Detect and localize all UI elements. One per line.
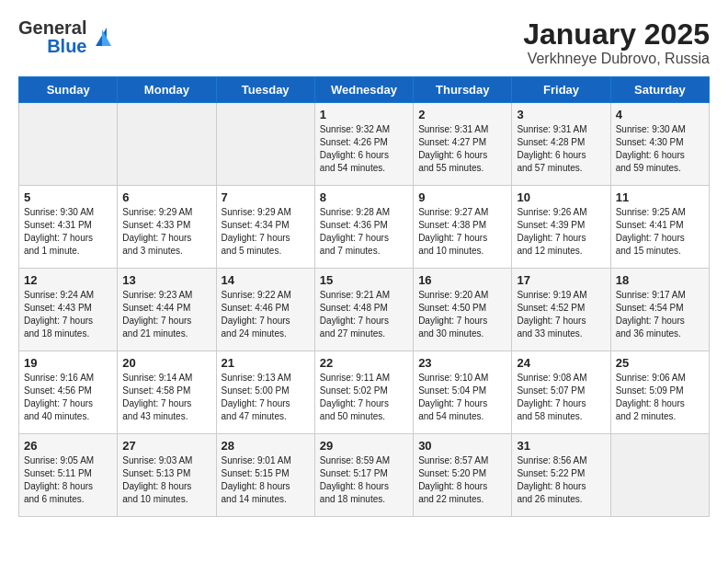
day-info: Sunrise: 9:08 AM Sunset: 5:07 PM Dayligh…: [517, 372, 605, 423]
day-info: Sunrise: 9:24 AM Sunset: 4:43 PM Dayligh…: [24, 289, 112, 340]
day-info: Sunrise: 9:29 AM Sunset: 4:33 PM Dayligh…: [122, 206, 210, 258]
day-number: 30: [418, 439, 506, 453]
day-number: 31: [517, 439, 605, 453]
calendar-cell: 10Sunrise: 9:26 AM Sunset: 4:39 PM Dayli…: [512, 186, 610, 269]
day-info: Sunrise: 9:17 AM Sunset: 4:54 PM Dayligh…: [616, 289, 704, 340]
day-info: Sunrise: 9:22 AM Sunset: 4:46 PM Dayligh…: [222, 289, 310, 340]
calendar-week-4: 19Sunrise: 9:16 AM Sunset: 4:56 PM Dayli…: [19, 351, 710, 434]
day-number: 18: [616, 273, 704, 287]
day-number: 2: [418, 108, 506, 121]
calendar-cell: 7Sunrise: 9:29 AM Sunset: 4:34 PM Daylig…: [216, 186, 314, 269]
day-info: Sunrise: 9:10 AM Sunset: 5:04 PM Dayligh…: [418, 372, 506, 423]
calendar-table: SundayMondayTuesdayWednesdayThursdayFrid…: [18, 76, 710, 517]
calendar-cell: 31Sunrise: 8:56 AM Sunset: 5:22 PM Dayli…: [512, 434, 610, 517]
calendar-cell: 25Sunrise: 9:06 AM Sunset: 5:09 PM Dayli…: [610, 351, 709, 434]
day-number: 6: [122, 190, 210, 204]
day-info: Sunrise: 9:27 AM Sunset: 4:38 PM Dayligh…: [418, 206, 506, 258]
calendar-cell: 9Sunrise: 9:27 AM Sunset: 4:38 PM Daylig…: [414, 186, 512, 269]
day-info: Sunrise: 9:23 AM Sunset: 4:44 PM Dayligh…: [122, 289, 210, 340]
day-info: Sunrise: 9:14 AM Sunset: 4:58 PM Dayligh…: [122, 372, 210, 423]
day-number: 27: [122, 439, 210, 453]
day-number: 13: [122, 273, 210, 287]
calendar-cell: 30Sunrise: 8:57 AM Sunset: 5:20 PM Dayli…: [414, 434, 512, 517]
calendar-cell: 16Sunrise: 9:20 AM Sunset: 4:50 PM Dayli…: [414, 269, 512, 351]
day-info: Sunrise: 9:01 AM Sunset: 5:15 PM Dayligh…: [222, 454, 310, 506]
weekday-header-tuesday: Tuesday: [216, 77, 314, 103]
calendar-cell: 15Sunrise: 9:21 AM Sunset: 4:48 PM Dayli…: [314, 269, 413, 351]
day-info: Sunrise: 9:26 AM Sunset: 4:39 PM Dayligh…: [517, 206, 605, 258]
day-number: 7: [222, 190, 310, 204]
calendar-cell: [610, 434, 709, 517]
day-number: 25: [616, 356, 704, 370]
calendar-cell: 29Sunrise: 8:59 AM Sunset: 5:17 PM Dayli…: [314, 434, 413, 517]
day-info: Sunrise: 9:30 AM Sunset: 4:31 PM Dayligh…: [24, 206, 112, 258]
day-info: Sunrise: 9:11 AM Sunset: 5:02 PM Dayligh…: [320, 372, 408, 423]
calendar-cell: 3Sunrise: 9:31 AM Sunset: 4:28 PM Daylig…: [512, 103, 610, 186]
day-number: 26: [24, 439, 112, 453]
day-number: 16: [418, 273, 506, 287]
day-number: 22: [320, 356, 408, 370]
calendar-cell: 5Sunrise: 9:30 AM Sunset: 4:31 PM Daylig…: [19, 186, 118, 269]
logo: General Blue: [18, 18, 111, 55]
day-number: 19: [24, 356, 112, 370]
day-info: Sunrise: 9:31 AM Sunset: 4:28 PM Dayligh…: [517, 123, 605, 175]
calendar-cell: 20Sunrise: 9:14 AM Sunset: 4:58 PM Dayli…: [118, 351, 216, 434]
day-info: Sunrise: 9:03 AM Sunset: 5:13 PM Dayligh…: [122, 454, 210, 506]
day-info: Sunrise: 9:20 AM Sunset: 4:50 PM Dayligh…: [418, 289, 506, 340]
day-number: 14: [222, 273, 310, 287]
day-number: 21: [222, 356, 310, 370]
day-number: 15: [320, 273, 408, 287]
day-number: 20: [122, 356, 210, 370]
day-number: 9: [418, 190, 506, 204]
calendar-cell: 13Sunrise: 9:23 AM Sunset: 4:44 PM Dayli…: [118, 269, 216, 351]
calendar-cell: 17Sunrise: 9:19 AM Sunset: 4:52 PM Dayli…: [512, 269, 610, 351]
day-number: 1: [320, 108, 408, 121]
calendar-header-row: SundayMondayTuesdayWednesdayThursdayFrid…: [19, 77, 710, 103]
calendar-cell: 11Sunrise: 9:25 AM Sunset: 4:41 PM Dayli…: [610, 186, 709, 269]
weekday-header-friday: Friday: [512, 77, 610, 103]
weekday-header-thursday: Thursday: [414, 77, 512, 103]
calendar-cell: 1Sunrise: 9:32 AM Sunset: 4:26 PM Daylig…: [314, 103, 413, 186]
weekday-header-sunday: Sunday: [19, 77, 118, 103]
calendar-cell: 8Sunrise: 9:28 AM Sunset: 4:36 PM Daylig…: [314, 186, 413, 269]
calendar-cell: 28Sunrise: 9:01 AM Sunset: 5:15 PM Dayli…: [216, 434, 314, 517]
day-info: Sunrise: 9:06 AM Sunset: 5:09 PM Dayligh…: [616, 372, 704, 423]
page-header: General Blue January 2025 Verkhneye Dubr…: [18, 18, 710, 67]
calendar-cell: 18Sunrise: 9:17 AM Sunset: 4:54 PM Dayli…: [610, 269, 709, 351]
title-block: January 2025 Verkhneye Dubrovo, Russia: [523, 18, 710, 67]
calendar-cell: 6Sunrise: 9:29 AM Sunset: 4:33 PM Daylig…: [118, 186, 216, 269]
day-number: 8: [320, 190, 408, 204]
day-info: Sunrise: 9:13 AM Sunset: 5:00 PM Dayligh…: [222, 372, 310, 423]
day-info: Sunrise: 9:21 AM Sunset: 4:48 PM Dayligh…: [320, 289, 408, 340]
page-subtitle: Verkhneye Dubrovo, Russia: [523, 51, 710, 67]
day-info: Sunrise: 9:25 AM Sunset: 4:41 PM Dayligh…: [616, 206, 704, 258]
page-title: January 2025: [523, 18, 710, 51]
day-info: Sunrise: 9:05 AM Sunset: 5:11 PM Dayligh…: [24, 454, 112, 506]
day-number: 23: [418, 356, 506, 370]
calendar-week-1: 1Sunrise: 9:32 AM Sunset: 4:26 PM Daylig…: [19, 103, 710, 186]
day-info: Sunrise: 8:59 AM Sunset: 5:17 PM Dayligh…: [320, 454, 408, 506]
calendar-cell: 14Sunrise: 9:22 AM Sunset: 4:46 PM Dayli…: [216, 269, 314, 351]
day-number: 12: [24, 273, 112, 287]
calendar-cell: [118, 103, 216, 186]
weekday-header-saturday: Saturday: [610, 77, 709, 103]
day-number: 5: [24, 190, 112, 204]
calendar-week-2: 5Sunrise: 9:30 AM Sunset: 4:31 PM Daylig…: [19, 186, 710, 269]
calendar-week-3: 12Sunrise: 9:24 AM Sunset: 4:43 PM Dayli…: [19, 269, 710, 351]
day-number: 4: [616, 108, 704, 121]
calendar-cell: 19Sunrise: 9:16 AM Sunset: 4:56 PM Dayli…: [19, 351, 118, 434]
calendar-cell: 2Sunrise: 9:31 AM Sunset: 4:27 PM Daylig…: [414, 103, 512, 186]
day-info: Sunrise: 9:30 AM Sunset: 4:30 PM Dayligh…: [616, 123, 704, 175]
calendar-week-5: 26Sunrise: 9:05 AM Sunset: 5:11 PM Dayli…: [19, 434, 710, 517]
calendar-cell: [216, 103, 314, 186]
calendar-cell: 22Sunrise: 9:11 AM Sunset: 5:02 PM Dayli…: [314, 351, 413, 434]
day-info: Sunrise: 9:19 AM Sunset: 4:52 PM Dayligh…: [517, 289, 605, 340]
calendar-cell: 4Sunrise: 9:30 AM Sunset: 4:30 PM Daylig…: [610, 103, 709, 186]
day-info: Sunrise: 9:32 AM Sunset: 4:26 PM Dayligh…: [320, 123, 408, 175]
calendar-cell: [19, 103, 118, 186]
day-number: 29: [320, 439, 408, 453]
calendar-cell: 24Sunrise: 9:08 AM Sunset: 5:07 PM Dayli…: [512, 351, 610, 434]
day-info: Sunrise: 9:16 AM Sunset: 4:56 PM Dayligh…: [24, 372, 112, 423]
calendar-cell: 27Sunrise: 9:03 AM Sunset: 5:13 PM Dayli…: [118, 434, 216, 517]
day-number: 11: [616, 190, 704, 204]
